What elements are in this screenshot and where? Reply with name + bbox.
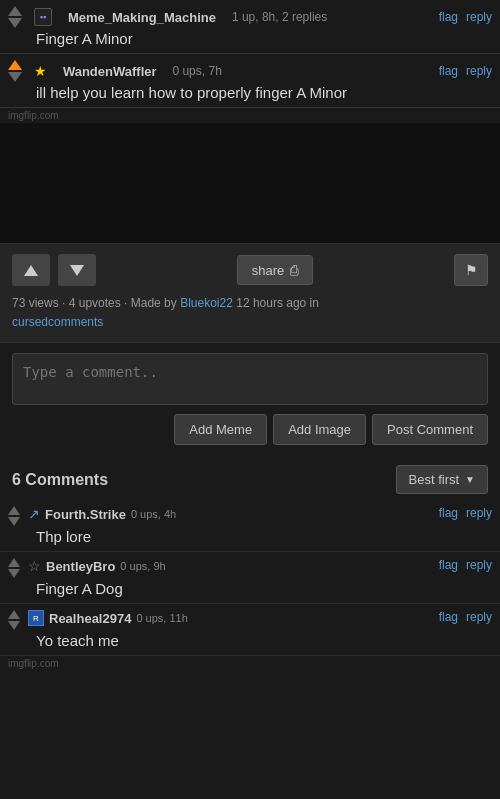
watermark-top: imgflip.com [0, 108, 500, 123]
reply-link-4[interactable]: reply [466, 558, 492, 572]
comment-row-header-1: ↗ Fourth.Strike 0 ups, 4h flag reply [8, 506, 492, 526]
comment-row-3: R Realheal2974 0 ups, 11h flag reply Yo … [0, 604, 500, 656]
top-comment-2: ★ WandenWaffler 0 ups, 7h flag reply ill… [0, 54, 500, 108]
comments-header: 6 Comments Best first ▼ [0, 455, 500, 500]
comment-flag-reply-4: flag reply [439, 558, 492, 572]
post-comment-button[interactable]: Post Comment [372, 414, 488, 445]
up-arrow-icon [24, 265, 38, 276]
vote-col-2 [8, 60, 22, 82]
post-upvote-button[interactable] [12, 254, 50, 286]
downvote-sm-3[interactable] [8, 621, 20, 630]
comment-row-left-2: ☆ BentleyBro 0 ups, 9h [8, 558, 166, 578]
comment-body-3: Yo teach me [36, 632, 492, 649]
downvote-arrow[interactable] [8, 18, 22, 28]
comment-header-2: ★ WandenWaffler 0 ups, 7h flag reply [8, 60, 492, 82]
comment-meta-3: 0 ups, 4h [131, 508, 176, 520]
dot-separator: · [62, 296, 69, 310]
comment-row-left-3: R Realheal2974 0 ups, 11h [8, 610, 188, 630]
comment-username-2: WandenWaffler [63, 64, 157, 79]
comment-text-2: ill help you learn how to properly finge… [36, 84, 492, 101]
watermark-bottom: imgflip.com [0, 656, 500, 673]
flag-link[interactable]: flag [439, 10, 458, 24]
flag-link-2[interactable]: flag [439, 64, 458, 78]
add-image-button[interactable]: Add Image [273, 414, 366, 445]
sort-label: Best first [409, 472, 460, 487]
upvote-arrow-2[interactable] [8, 60, 22, 70]
share-label: share [252, 263, 285, 278]
top-comment-1: ▪▪ Meme_Making_Machine 1 up, 8h, 2 repli… [0, 0, 500, 54]
vote-col [8, 6, 22, 28]
upvote-arrow[interactable] [8, 6, 22, 16]
reply-link[interactable]: reply [466, 10, 492, 24]
reply-link-2[interactable]: reply [466, 64, 492, 78]
reply-link-5[interactable]: reply [466, 610, 492, 624]
comment-flag-reply-3: flag reply [439, 506, 492, 520]
star-icon: ★ [34, 63, 47, 79]
upvote-sm-2[interactable] [8, 558, 20, 567]
comment-row-left-1: ↗ Fourth.Strike 0 ups, 4h [8, 506, 176, 526]
comment-header: ▪▪ Meme_Making_Machine 1 up, 8h, 2 repli… [8, 6, 492, 28]
post-actions-bar: share ⎙ ⚑ 73 views · 4 upvotes · Made by… [0, 243, 500, 343]
comment-username: Meme_Making_Machine [68, 10, 216, 25]
post-downvote-button[interactable] [58, 254, 96, 286]
flag-reply-group: flag reply [439, 10, 492, 24]
comment-meta-5: 0 ups, 11h [136, 612, 187, 624]
comment-row-header-2: ☆ BentleyBro 0 ups, 9h flag reply [8, 558, 492, 578]
add-meme-button[interactable]: Add Meme [174, 414, 267, 445]
vote-col-sm-3 [8, 610, 20, 630]
comment-body-1: Thp lore [36, 528, 492, 545]
arrow-user-icon: ↗ [28, 506, 40, 522]
comment-flag-reply-5: flag reply [439, 610, 492, 624]
action-row: share ⎙ ⚑ [12, 254, 488, 286]
star-outline-icon: ☆ [28, 558, 41, 574]
downvote-arrow-2[interactable] [8, 72, 22, 82]
comments-count: 6 Comments [12, 471, 108, 489]
dot-separator-2: · [124, 296, 131, 310]
author-link[interactable]: Bluekoi22 [180, 296, 233, 310]
post-flag-button[interactable]: ⚑ [454, 254, 488, 286]
downvote-sm-1[interactable] [8, 517, 20, 526]
flag-link-5[interactable]: flag [439, 610, 458, 624]
pixel-user-icon: ▪▪ [34, 8, 52, 26]
vote-col-sm-2 [8, 558, 20, 578]
reply-link-3[interactable]: reply [466, 506, 492, 520]
comment-username-3: Fourth.Strike [45, 507, 126, 522]
comment-meta-2: 0 ups, 7h [172, 64, 221, 78]
comment-username-5: Realheal2974 [49, 611, 131, 626]
time-ago: 12 hours ago in [236, 296, 319, 310]
comment-left: ▪▪ Meme_Making_Machine 1 up, 8h, 2 repli… [8, 6, 327, 28]
sort-dropdown[interactable]: Best first ▼ [396, 465, 488, 494]
flag-link-4[interactable]: flag [439, 558, 458, 572]
upvotes-count: 4 upvotes [69, 296, 121, 310]
comment-text: Finger A Minor [36, 30, 492, 47]
post-meta: 73 views · 4 upvotes · Made by Bluekoi22… [12, 294, 488, 332]
upvote-sm-3[interactable] [8, 610, 20, 619]
comment-row-2: ☆ BentleyBro 0 ups, 9h flag reply Finger… [0, 552, 500, 604]
flag-reply-group-2: flag reply [439, 64, 492, 78]
comment-row-header-3: R Realheal2974 0 ups, 11h flag reply [8, 610, 492, 630]
comment-meta-4: 0 ups, 9h [120, 560, 165, 572]
made-by-label: Made by [131, 296, 177, 310]
comment-username-4: BentleyBro [46, 559, 115, 574]
community-link[interactable]: cursedcomments [12, 315, 103, 329]
pixel-user-icon-3: R [28, 610, 44, 626]
vote-buttons [12, 254, 96, 286]
comment-row-1: ↗ Fourth.Strike 0 ups, 4h flag reply Thp… [0, 500, 500, 552]
upvote-sm-1[interactable] [8, 506, 20, 515]
comment-textarea[interactable] [12, 353, 488, 405]
comment-meta: 1 up, 8h, 2 replies [232, 10, 327, 24]
share-icon: ⎙ [290, 262, 298, 278]
dark-image-area [0, 123, 500, 243]
views-count: 73 views [12, 296, 59, 310]
down-arrow-icon [70, 265, 84, 276]
vote-col-sm-1 [8, 506, 20, 526]
downvote-sm-2[interactable] [8, 569, 20, 578]
comment-left-2: ★ WandenWaffler 0 ups, 7h [8, 60, 222, 82]
flag-link-3[interactable]: flag [439, 506, 458, 520]
comment-actions: Add Meme Add Image Post Comment [12, 414, 488, 445]
comment-input-section: Add Meme Add Image Post Comment [0, 343, 500, 455]
comment-body-2: Finger A Dog [36, 580, 492, 597]
share-button[interactable]: share ⎙ [237, 255, 314, 285]
chevron-down-icon: ▼ [465, 474, 475, 485]
flag-icon: ⚑ [465, 262, 478, 278]
